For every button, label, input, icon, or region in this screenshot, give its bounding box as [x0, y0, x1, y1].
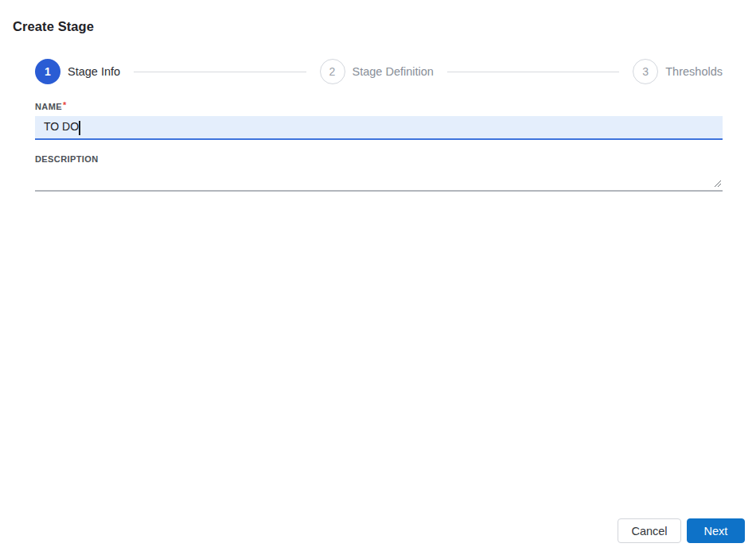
step-3-label: Thresholds — [665, 65, 723, 78]
name-field-label: NAME* — [35, 102, 67, 111]
resize-handle-icon[interactable] — [714, 180, 722, 188]
description-textarea-wrapper — [35, 166, 723, 192]
name-input-wrapper — [35, 116, 723, 140]
next-button[interactable]: Next — [687, 518, 745, 543]
wizard-stepper: 1 Stage Info 2 Stage Definition 3 Thresh… — [35, 59, 723, 84]
stepper-connector — [447, 72, 619, 72]
page-title: Create Stage — [13, 19, 94, 34]
name-input[interactable] — [35, 116, 723, 140]
description-label-text: DESCRIPTION — [35, 154, 99, 164]
description-textarea[interactable] — [35, 166, 723, 192]
name-label-text: NAME — [35, 102, 62, 111]
step-stage-definition[interactable]: 2 Stage Definition — [320, 59, 434, 84]
footer-actions: Cancel Next — [618, 518, 745, 543]
step-1-label: Stage Info — [68, 65, 120, 78]
step-thresholds[interactable]: 3 Thresholds — [633, 59, 723, 84]
step-stage-info[interactable]: 1 Stage Info — [35, 59, 120, 84]
text-caret — [79, 121, 80, 135]
step-2-label: Stage Definition — [353, 65, 434, 78]
create-stage-dialog: Create Stage 1 Stage Info 2 Stage Defini… — [0, 0, 756, 555]
cancel-button[interactable]: Cancel — [618, 518, 681, 543]
step-3-circle: 3 — [633, 59, 658, 84]
description-field-label: DESCRIPTION — [35, 154, 99, 164]
required-asterisk: * — [63, 100, 67, 110]
stepper-connector — [134, 72, 306, 72]
step-1-circle: 1 — [35, 59, 60, 84]
step-2-circle: 2 — [320, 59, 345, 84]
